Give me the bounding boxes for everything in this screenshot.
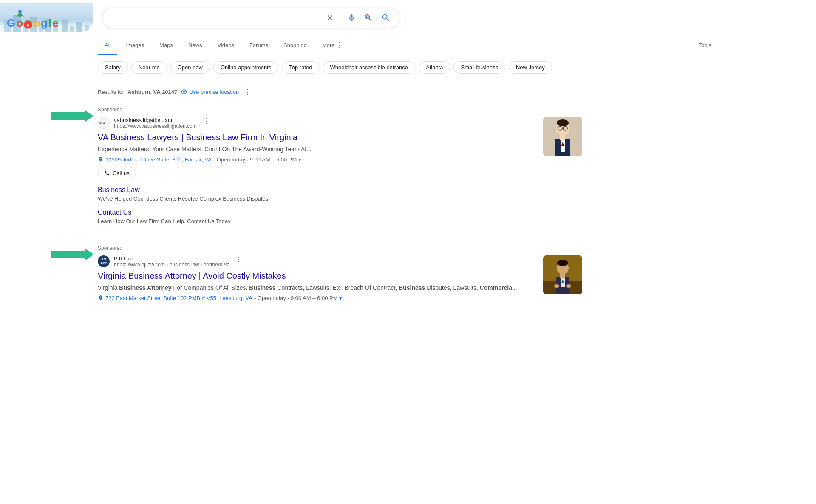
svg-point-46 <box>566 284 571 288</box>
ad-2-bold-4: Commercial <box>480 284 514 291</box>
ad-1-logo: &M <box>98 117 110 129</box>
results-for-label: Results for <box>98 89 124 95</box>
ad-2-hours: - Open today · 9:00 AM – 6:00 PM <box>254 295 338 301</box>
precise-location-button[interactable]: Use precise location <box>181 88 239 95</box>
location-target-icon <box>181 88 187 95</box>
chip-open-now[interactable]: Open now <box>170 61 210 74</box>
business-law-link[interactable]: Business Law <box>98 186 535 194</box>
svg-rect-12 <box>18 13 22 17</box>
ad-1-more-button[interactable]: ⋮ <box>203 117 210 125</box>
nav-tabs: All Images Maps News Videos Forums Shopp… <box>0 36 816 56</box>
contact-us-link[interactable]: Contact Us <box>98 209 535 216</box>
sponsored-label-1: Sponsored <box>98 107 582 113</box>
google-logo[interactable]: G o ▶ o g l e <box>7 17 59 30</box>
tab-forums[interactable]: Forums <box>243 37 275 55</box>
logo-o2: o <box>33 17 40 30</box>
svg-line-30 <box>557 128 558 128</box>
ad-1-hours-expand[interactable]: ▾ <box>298 156 301 163</box>
ad-1-source: vabusinesslitigation.com https://www.vab… <box>114 117 197 129</box>
ad-2-more-button[interactable]: ⋮ <box>235 255 242 263</box>
main-content: Results for Ashburn, VA 20147 Use precis… <box>0 79 680 306</box>
chip-online-appointments[interactable]: Online appointments <box>213 61 278 74</box>
ad-1-description: Experience Matters. Your Case Matters. C… <box>98 145 535 154</box>
ad-1-address-text: 10509 Judicial Drive Suite: 300, Fairfax… <box>105 156 212 163</box>
svg-rect-8 <box>70 26 74 32</box>
ad-result-2-content: PJILaw PJI Law https://www.pjilaw.com › … <box>98 255 535 306</box>
business-law-desc: We've Helped Countless Clients Resolve C… <box>98 195 535 203</box>
search-bar-container: business attorney ✕ <box>102 8 400 28</box>
ad-1-url: https://www.vabusinesslitigation.com <box>114 123 197 129</box>
close-icon: ✕ <box>327 13 333 23</box>
ad-1-sub-links: Business Law We've Helped Countless Clie… <box>98 186 535 225</box>
ad-2-bold-3: Business <box>399 284 425 291</box>
search-input[interactable]: business attorney <box>109 14 321 22</box>
chip-atlanta[interactable]: Atlanta <box>419 61 450 74</box>
tab-shopping[interactable]: Shopping <box>277 37 314 55</box>
ad-result-1-content: &M vabusinesslitigation.com https://www.… <box>98 117 535 231</box>
logo-e: e <box>52 17 58 30</box>
svg-line-13 <box>17 15 18 17</box>
clear-button[interactable]: ✕ <box>325 11 335 24</box>
chip-new-jersey[interactable]: New Jersey <box>509 61 552 74</box>
lens-icon <box>364 14 373 22</box>
chip-small-business[interactable]: Small business <box>453 61 505 74</box>
ad-2-address: 722 East Market Street Suite 102 PMB # V… <box>98 295 535 301</box>
call-us-button[interactable]: Call us <box>98 167 136 179</box>
tab-more[interactable]: More ⋮ <box>315 36 350 56</box>
person-svg-2 <box>543 255 582 294</box>
svg-rect-9 <box>76 22 82 32</box>
ad-2-url: https://www.pjilaw.com › business-law › … <box>114 262 230 268</box>
svg-rect-10 <box>85 25 89 32</box>
svg-point-40 <box>557 260 568 266</box>
ad-2-description: Virginia Business Attorney For Companies… <box>98 284 535 292</box>
logo-o1: o <box>16 17 23 29</box>
chip-top-rated[interactable]: Top rated <box>282 61 319 74</box>
call-button-label: Call us <box>113 170 130 176</box>
ad-2-hours-expand[interactable]: ▾ <box>339 295 342 301</box>
contact-us-desc: Learn How Our Law Firm Can Help. Contact… <box>98 218 535 225</box>
section-divider <box>98 238 582 238</box>
tab-images[interactable]: Images <box>119 37 151 55</box>
arrow-indicator-2 <box>51 249 94 260</box>
tab-videos[interactable]: Videos <box>210 37 241 55</box>
tab-news[interactable]: News <box>181 37 209 55</box>
search-icon <box>381 13 391 23</box>
ad-2-bold-1: Business Attorney <box>119 284 171 291</box>
more-tab-label: More <box>322 42 335 48</box>
ad-result-1: &M vabusinesslitigation.com https://www.… <box>98 117 582 231</box>
ad-2-header: PJILaw PJI Law https://www.pjilaw.com › … <box>98 255 535 268</box>
ad-1-hours: - Open today · 9:00 AM – 5:00 PM <box>213 156 297 163</box>
svg-text:&M: &M <box>99 121 105 125</box>
lens-button[interactable] <box>363 12 374 24</box>
svg-line-31 <box>567 128 568 128</box>
search-icons: ✕ <box>325 11 392 24</box>
vabusiness-logo-svg: &M <box>98 117 109 128</box>
chip-salary[interactable]: Salary <box>98 61 128 74</box>
tab-maps[interactable]: Maps <box>153 37 180 55</box>
arrow-indicator-1 <box>51 110 94 122</box>
ad-result-2: PJILaw PJI Law https://www.pjilaw.com › … <box>98 255 582 306</box>
chip-near-me[interactable]: Near me <box>131 61 167 74</box>
ad-2-title[interactable]: Virginia Business Attorney | Avoid Costl… <box>98 270 535 281</box>
sub-link-business-law: Business Law We've Helped Countless Clie… <box>98 186 535 203</box>
more-chevron-icon: ⋮ <box>336 41 343 49</box>
ad-1-image <box>543 117 582 156</box>
chip-wheelchair[interactable]: Wheelchair accessible entrance <box>323 61 415 74</box>
tab-tools[interactable]: Tools <box>692 37 718 55</box>
ad-2-source: PJI Law https://www.pjilaw.com › busines… <box>114 255 230 268</box>
svg-point-32 <box>557 119 569 126</box>
svg-rect-36 <box>560 135 565 140</box>
voice-search-button[interactable] <box>346 12 357 24</box>
ad-2-domain: PJI Law <box>114 255 230 262</box>
sponsored-label-2: Sponsored <box>98 245 582 251</box>
logo-g2: g <box>41 17 48 30</box>
sub-link-contact-us: Contact Us Learn How Our Law Firm Can He… <box>98 209 535 225</box>
svg-rect-44 <box>560 274 565 278</box>
location-more-options[interactable]: ⋮ <box>242 85 253 98</box>
tab-all[interactable]: All <box>98 37 117 55</box>
search-button[interactable] <box>380 11 392 24</box>
ad-1-title[interactable]: VA Business Lawyers | Business Law Firm … <box>98 132 535 143</box>
pji-logo: PJILaw <box>98 255 110 267</box>
precise-location-label: Use precise location <box>189 89 239 95</box>
address-pin-icon-2 <box>98 295 104 301</box>
